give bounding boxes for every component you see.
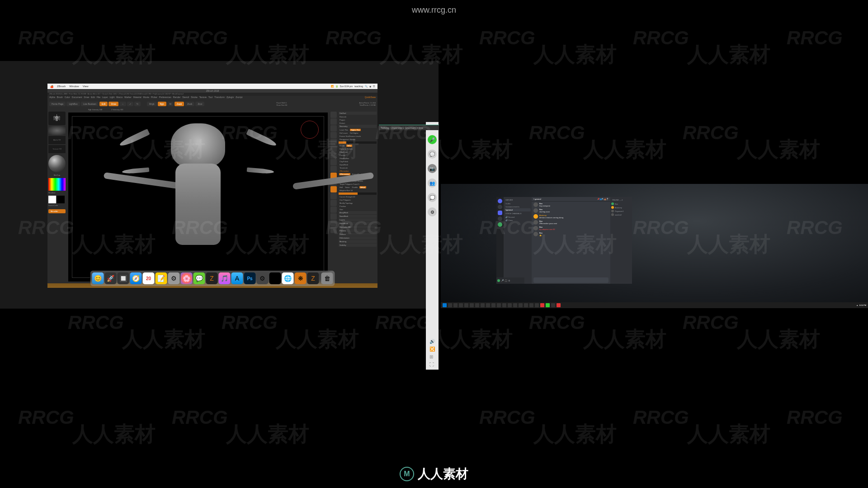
nanomesh-section[interactable]: NanoMesh xyxy=(339,215,377,218)
dock-preferences-icon[interactable]: ⚙ xyxy=(168,272,180,284)
member-item[interactable]: Organizer1 xyxy=(611,209,631,213)
m-button[interactable]: M xyxy=(167,102,174,106)
dock-notes-icon[interactable]: 📝 xyxy=(156,272,167,284)
wifi-icon[interactable]: 📶 xyxy=(331,85,334,88)
ghost-icon[interactable] xyxy=(330,213,337,220)
menu-edit[interactable]: Edit xyxy=(91,96,95,99)
del-lower-button[interactable]: Del Lower xyxy=(339,131,349,135)
discord-server-icon[interactable] xyxy=(498,205,502,209)
voice-channel-item[interactable]: 🔊 Class xyxy=(505,219,531,222)
taskbar-app-icon[interactable] xyxy=(502,303,506,307)
dynamic-subdiv[interactable]: Dynamic Subdiv xyxy=(339,147,377,150)
panel-subtool[interactable]: SubTool xyxy=(339,112,377,115)
zremesher-button[interactable]: ZRemesher xyxy=(339,173,350,175)
live-boolean-button[interactable]: Live Boolean xyxy=(81,102,99,106)
taskbar-app-icon[interactable] xyxy=(535,303,539,307)
panel-geometry[interactable]: Geometry xyxy=(339,125,377,128)
color-picker[interactable] xyxy=(48,178,66,191)
transp-icon[interactable] xyxy=(330,206,337,213)
divide-button[interactable]: Divide xyxy=(339,144,345,147)
menu-window[interactable]: Window xyxy=(69,85,79,88)
switchcolor-button[interactable]: SwitchColor xyxy=(48,204,66,206)
visibility-section[interactable]: Visibility xyxy=(339,244,377,247)
adapt-toggle[interactable]: Adapt xyxy=(359,186,366,188)
dock-terminal-icon[interactable]: ▢ xyxy=(269,272,281,284)
dock-messages-icon[interactable]: 💬 xyxy=(193,272,205,284)
actual-icon[interactable] xyxy=(330,139,337,145)
menu-document[interactable]: Document xyxy=(72,96,82,99)
shadowbox[interactable]: ShadowBox xyxy=(339,157,377,160)
menu-brush[interactable]: Brush xyxy=(57,96,63,99)
avatar[interactable] xyxy=(533,220,538,225)
voice-channel-item[interactable]: 🔊 General xyxy=(505,216,531,219)
taskbar-app-icon[interactable] xyxy=(546,303,550,307)
taskbar-app-icon[interactable] xyxy=(486,303,490,307)
voice-channels-header[interactable]: VOICE CHANNELS xyxy=(505,211,531,216)
same-button[interactable]: Same xyxy=(344,186,350,189)
taskbar-app-icon[interactable] xyxy=(524,303,528,307)
deformation-section[interactable]: Deformation xyxy=(339,236,377,239)
menu-transform[interactable]: Transform xyxy=(214,96,225,99)
menubar-clock[interactable]: Sun 8:04 pm xyxy=(340,85,353,88)
avatar[interactable] xyxy=(533,232,538,236)
shuffle-icon[interactable]: 🔀 xyxy=(429,347,435,352)
layers-section[interactable]: Layers xyxy=(339,218,377,221)
menu-macro[interactable]: Macro xyxy=(116,96,123,99)
search-icon[interactable]: 🔍 xyxy=(365,85,368,88)
material-thumbnail[interactable] xyxy=(48,155,66,172)
volume-icon[interactable]: 🔊 xyxy=(429,339,435,344)
dock-photoshop-icon[interactable]: Ps xyxy=(244,272,256,284)
reconstruct-subdiv-button[interactable]: Reconstruct Subdiv xyxy=(339,138,377,141)
discord-add-server-icon[interactable] xyxy=(498,222,502,227)
target-poly-slider[interactable]: Target Polygons Count 5 xyxy=(339,183,377,186)
arraymesh-section[interactable]: ArrayMesh xyxy=(339,211,377,214)
taskbar-app-icon[interactable] xyxy=(557,303,561,307)
member-item[interactable]: student2 xyxy=(611,213,631,216)
scroll-icon[interactable] xyxy=(330,125,337,131)
secondary-color-swatch[interactable] xyxy=(57,196,65,203)
stroke-thumbnail[interactable] xyxy=(48,126,66,135)
menu-draw[interactable]: Draw xyxy=(84,96,90,99)
channel-item[interactable]: #announcements xyxy=(505,205,531,208)
aahalf-icon[interactable] xyxy=(330,145,337,152)
dock-mission-icon[interactable]: 🔲 xyxy=(118,272,129,284)
tessimate[interactable]: Tessimate xyxy=(339,166,377,169)
dock-zbrush2-icon[interactable]: Z xyxy=(307,272,319,284)
battery-icon[interactable]: 🔋 xyxy=(335,85,338,88)
rotate-nav-icon[interactable] xyxy=(330,193,337,199)
zcut-button[interactable]: Zcut xyxy=(195,102,204,106)
curves-strength-slider[interactable]: Curves Strength 50 xyxy=(339,195,377,198)
claypolish[interactable]: ClayPolish xyxy=(339,160,377,163)
menu-movie[interactable]: Movie xyxy=(143,96,149,99)
persp-icon[interactable] xyxy=(330,152,337,159)
zsub-button[interactable]: Zsub xyxy=(185,102,194,106)
panel-remesh[interactable]: Remesh xyxy=(339,115,377,118)
draw-size-slider[interactable]: Draw Size 64 xyxy=(276,104,287,106)
zbrush-canvas[interactable] xyxy=(68,113,328,282)
taskbar-app-icon[interactable] xyxy=(470,303,474,307)
dock-safari-icon[interactable]: 🧭 xyxy=(130,272,142,284)
taskview-icon[interactable] xyxy=(448,303,452,307)
menu-light[interactable]: Light xyxy=(109,96,114,99)
message-input[interactable] xyxy=(533,277,609,283)
geohd-section[interactable]: Geometry HD xyxy=(339,225,377,229)
menu-preferences[interactable]: Preferences xyxy=(159,96,171,99)
avatar[interactable] xyxy=(533,208,538,213)
history-icon[interactable] xyxy=(330,118,337,125)
rgb-button[interactable]: Rgb xyxy=(158,102,166,106)
start-button[interactable] xyxy=(443,303,447,307)
help-icon[interactable]: ❔ xyxy=(606,198,609,200)
discord-server-icon[interactable] xyxy=(498,211,502,215)
dock-appstore-icon[interactable]: A xyxy=(231,272,243,284)
dock-trash-icon[interactable]: 🗑 xyxy=(321,272,333,284)
menu-zplugin[interactable]: Zplugin xyxy=(226,96,234,99)
texture-thumbnail[interactable]: Texture Off xyxy=(48,145,66,153)
settings-button[interactable]: ⚙ xyxy=(428,207,437,216)
menu-material[interactable]: Material xyxy=(133,96,142,99)
taskbar-app-icon[interactable] xyxy=(529,303,533,307)
preview-section[interactable]: Preview xyxy=(339,229,377,232)
edgeloop[interactable]: EdgeLoop xyxy=(339,150,377,154)
scale-nav-icon[interactable] xyxy=(330,186,337,192)
draw-mode-button[interactable]: Draw xyxy=(108,102,118,106)
dock-itunes-icon[interactable]: 🎵 xyxy=(219,272,231,284)
